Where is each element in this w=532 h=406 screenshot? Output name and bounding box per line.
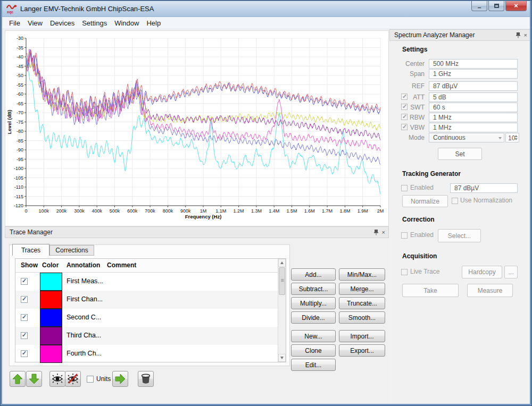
show-checkbox[interactable]: [21, 314, 28, 321]
svg-text:700k: 700k: [145, 208, 155, 214]
spinner-up-icon[interactable]: [514, 135, 518, 137]
menu-file[interactable]: File: [5, 18, 24, 29]
minimize-button[interactable]: –: [471, 1, 487, 11]
ref-field[interactable]: 87 dBµV: [429, 81, 518, 91]
pin-icon[interactable]: [516, 32, 521, 38]
spectrum-chart[interactable]: 0100k200k300k400k500k600k700k800k900k1M1…: [5, 30, 389, 226]
hardcopy-button[interactable]: Hardcopy: [462, 266, 502, 278]
tab-traces[interactable]: Traces: [12, 244, 49, 256]
spectrum-analyzer-manager-header: Spectrum Analyzer Manager ×: [389, 29, 530, 41]
correction-enabled-label: Enabled: [410, 231, 434, 239]
svg-text:-45: -45: [16, 64, 23, 69]
table-row[interactable]: First Chan...: [15, 291, 278, 309]
merge-button[interactable]: Merge...: [339, 283, 385, 295]
pin-icon[interactable]: [373, 229, 379, 235]
menu-bar: File View Devices Settings Window Help: [2, 17, 530, 29]
smooth-button[interactable]: Smooth...: [339, 311, 385, 324]
minmax-button[interactable]: Min/Max...: [339, 268, 385, 281]
scroll-up-icon[interactable]: [278, 259, 286, 267]
trace-table: Show Color Annotation Comment First Meas…: [15, 258, 286, 362]
menu-settings[interactable]: Settings: [78, 18, 111, 29]
live-trace-checkbox[interactable]: [401, 269, 408, 275]
show-checkbox[interactable]: [21, 278, 28, 285]
import-button[interactable]: Import...: [339, 330, 385, 342]
clone-button[interactable]: Clone: [291, 344, 336, 357]
delete-trace-button[interactable]: [138, 371, 154, 387]
panel-close-icon[interactable]: ×: [524, 32, 527, 38]
menu-view[interactable]: View: [24, 18, 46, 29]
center-field[interactable]: 500 MHz: [429, 59, 518, 69]
units-checkbox[interactable]: [87, 376, 94, 383]
use-normalization-checkbox[interactable]: [452, 198, 458, 204]
tracking-level-field[interactable]: 87 dBµV: [450, 183, 518, 193]
mode-dropdown[interactable]: Continuous: [429, 133, 504, 142]
scrollbar-thumb[interactable]: [279, 267, 285, 295]
correction-heading: Correction: [402, 216, 435, 223]
new-button[interactable]: New...: [291, 330, 336, 342]
color-swatch[interactable]: [40, 345, 62, 363]
color-swatch[interactable]: [40, 273, 62, 291]
mode-count-spinner[interactable]: 10: [505, 133, 519, 142]
edit-button[interactable]: Edit...: [291, 359, 336, 371]
hardcopy-more-button[interactable]: ...: [504, 266, 518, 278]
close-button[interactable]: ×: [505, 1, 527, 11]
show-checkbox[interactable]: [21, 350, 28, 357]
tracking-enabled-checkbox[interactable]: [401, 185, 408, 191]
annotation-label: First Chan...: [66, 295, 103, 303]
normalize-button[interactable]: Normalize: [402, 195, 448, 207]
move-down-button[interactable]: [26, 371, 42, 387]
measure-button[interactable]: Measure: [467, 284, 513, 297]
swt-field[interactable]: 60 s: [429, 103, 518, 112]
vbw-field[interactable]: 1 MHz: [429, 123, 518, 132]
table-row[interactable]: Fourth Ch...: [15, 345, 278, 363]
svg-text:-55: -55: [16, 82, 23, 88]
multiply-button[interactable]: Multiply...: [291, 297, 336, 309]
panel-close-icon[interactable]: ×: [382, 230, 385, 235]
hide-all-traces-button[interactable]: [65, 371, 81, 387]
truncate-button[interactable]: Truncate...: [339, 297, 385, 309]
move-up-button[interactable]: [10, 371, 26, 387]
correction-select-button[interactable]: Select...: [438, 229, 481, 242]
table-row[interactable]: Second C...: [15, 309, 278, 327]
svg-text:-80: -80: [16, 129, 23, 134]
svg-text:1.6M: 1.6M: [304, 208, 315, 214]
subtract-button[interactable]: Subtract...: [291, 283, 336, 295]
color-swatch[interactable]: [40, 327, 62, 345]
show-checkbox[interactable]: [21, 296, 28, 303]
table-row[interactable]: Third Cha...: [15, 327, 278, 345]
att-field[interactable]: 5 dB: [429, 92, 518, 102]
divide-button[interactable]: Divide...: [291, 311, 336, 324]
annotation-label: Fourth Ch...: [66, 350, 102, 357]
menu-devices[interactable]: Devices: [46, 18, 78, 29]
svg-text:800k: 800k: [163, 208, 173, 214]
correction-enabled-checkbox[interactable]: [401, 232, 408, 239]
spinner-down-icon[interactable]: [514, 138, 518, 140]
apply-trace-button[interactable]: [112, 371, 128, 387]
take-button[interactable]: Take: [402, 284, 459, 297]
arrow-down-icon: [28, 373, 40, 385]
svg-text:1.5M: 1.5M: [286, 208, 297, 214]
color-swatch[interactable]: [40, 309, 62, 327]
svg-text:-70: -70: [16, 110, 23, 115]
tracking-generator-heading: Tracking Generator: [402, 170, 461, 177]
show-checkbox[interactable]: [21, 332, 28, 339]
live-trace-label: Live Trace: [410, 268, 439, 275]
table-row[interactable]: First Meas...: [15, 273, 278, 291]
scroll-down-icon[interactable]: [278, 354, 286, 362]
set-button[interactable]: Set: [438, 148, 482, 160]
trace-table-scrollbar[interactable]: [278, 259, 286, 362]
span-field[interactable]: 1 GHz: [429, 69, 518, 79]
rbw-field[interactable]: 1 MHz: [429, 113, 518, 122]
tab-corrections[interactable]: Corrections: [49, 245, 94, 256]
annotation-label: Second C...: [66, 314, 101, 321]
settings-heading: Settings: [402, 46, 427, 53]
menu-window[interactable]: Window: [111, 18, 143, 29]
menu-help[interactable]: Help: [143, 18, 164, 29]
add-button[interactable]: Add...: [291, 268, 336, 281]
export-button[interactable]: Export...: [339, 344, 385, 357]
show-all-traces-button[interactable]: [49, 371, 65, 387]
color-swatch[interactable]: [40, 291, 62, 309]
title-bar[interactable]: xqc Langer EMV-Technik GmbH ChipScan-ESA…: [2, 1, 530, 17]
maximize-button[interactable]: [488, 1, 504, 11]
svg-text:2M: 2M: [377, 208, 384, 214]
